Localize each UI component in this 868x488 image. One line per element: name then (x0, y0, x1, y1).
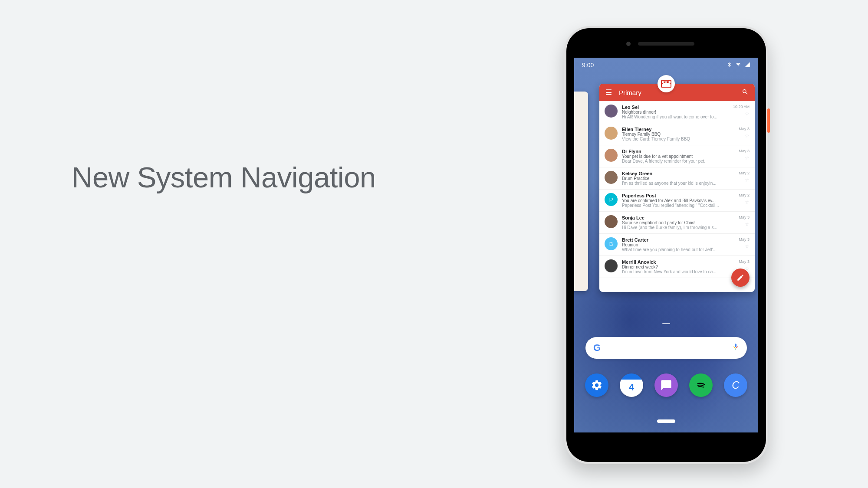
phone-speaker (638, 42, 694, 46)
phone-device-frame: 9:00 ☰ (564, 26, 768, 464)
phone-bezel: 9:00 ☰ (566, 28, 766, 462)
status-bar: 9:00 (574, 58, 758, 72)
star-icon[interactable]: ☆ (745, 133, 750, 139)
phone-screen: 9:00 ☰ (574, 58, 758, 432)
gmail-glyph-icon (661, 80, 671, 88)
bluetooth-icon (727, 62, 732, 69)
email-list-item[interactable]: PPaperless PostYou are confirmed for Ale… (599, 190, 755, 212)
hamburger-menu-icon[interactable]: ☰ (605, 88, 612, 97)
star-icon[interactable]: ☆ (745, 155, 750, 161)
phone-front-camera (626, 42, 631, 46)
signal-icon (744, 62, 750, 69)
star-icon[interactable]: ☆ (745, 111, 750, 117)
email-subject: Drum Practice (622, 176, 734, 181)
dock-spotify-icon[interactable] (689, 373, 713, 397)
page-headline: New System Navigation (72, 160, 376, 194)
avatar (605, 215, 618, 228)
dock-calendar-icon[interactable]: 4 (620, 373, 643, 397)
email-preview: Hi All! Wondering if you all want to com… (622, 115, 729, 119)
email-preview: Paperless Post You replied "attending." … (622, 203, 734, 208)
home-nav-pill[interactable] (657, 419, 675, 423)
email-preview: I'm in town from New York and would love… (622, 269, 734, 274)
recents-previous-app-card[interactable] (574, 92, 588, 291)
wifi-icon (735, 62, 742, 69)
email-subject: Surprise neighborhood party for Chris! (622, 220, 734, 225)
email-time: May 3 (739, 237, 750, 242)
avatar: B (605, 237, 618, 250)
dock-messages-icon[interactable] (654, 373, 678, 397)
star-icon[interactable]: ☆ (745, 221, 750, 227)
compose-fab[interactable] (731, 269, 750, 287)
avatar (605, 149, 618, 162)
search-icon[interactable] (742, 88, 749, 97)
star-icon[interactable]: ☆ (745, 243, 750, 249)
gmail-app-icon[interactable] (658, 75, 675, 92)
gmail-action-bar: ☰ Primary (599, 84, 755, 101)
email-time: May 2 (739, 193, 750, 197)
email-subject: Neighbors dinner! (622, 110, 729, 115)
recents-gmail-card[interactable]: ☰ Primary Leo SeiNeighbors dinner!Hi All… (599, 84, 755, 292)
avatar (605, 259, 618, 272)
email-sender: Leo Sei (622, 105, 729, 110)
app-dock: 4 C (574, 373, 758, 397)
email-time: May 3 (739, 127, 750, 131)
google-search-bar[interactable]: G (585, 337, 747, 359)
email-sender: Paperless Post (622, 193, 734, 198)
pencil-icon (736, 274, 744, 282)
email-subject: Your pet is due for a vet appointment (622, 154, 734, 159)
avatar (605, 127, 618, 140)
status-time: 9:00 (582, 62, 594, 69)
email-time: May 3 (739, 215, 750, 219)
email-sender: Brett Carter (622, 237, 734, 242)
avatar (605, 171, 618, 184)
dock-settings-icon[interactable] (585, 373, 608, 397)
star-icon[interactable]: ☆ (745, 199, 750, 205)
email-time: 10:20 AM (733, 105, 750, 109)
mic-icon[interactable] (732, 343, 739, 353)
email-sender: Sonja Lee (622, 215, 734, 220)
avatar (605, 105, 618, 118)
email-subject: Dinner next week? (622, 265, 734, 269)
email-time: May 2 (739, 171, 750, 175)
email-list: Leo SeiNeighbors dinner!Hi All! Wonderin… (599, 101, 755, 278)
email-sender: Merrill Anovick (622, 259, 734, 265)
dock-c-app-icon[interactable]: C (724, 373, 747, 397)
email-preview: Dear Dave, A friendly reminder for your … (622, 159, 734, 164)
email-time: May 3 (739, 259, 750, 264)
email-subject: Tierney Family BBQ (622, 132, 734, 137)
email-preview: I'm as thrilled as anyone that your kid … (622, 181, 734, 186)
email-sender: Ellen Tierney (622, 127, 734, 132)
email-list-item[interactable]: BBrett CarterReunionWhat time are you pl… (599, 234, 755, 256)
email-subject: You are confirmed for Alex and Bill Pavk… (622, 198, 734, 203)
email-list-item[interactable]: Sonja LeeSurprise neighborhood party for… (599, 212, 755, 234)
email-sender: Kelsey Green (622, 171, 734, 176)
email-sender: Dr Flynn (622, 149, 734, 154)
email-list-item[interactable]: Kelsey GreenDrum PracticeI'm as thrilled… (599, 167, 755, 190)
phone-power-button (767, 108, 770, 133)
avatar: P (605, 193, 618, 206)
email-preview: Hi Dave (and the Burke family), I'm thro… (622, 225, 734, 230)
email-preview: What time are you planning to head out f… (622, 247, 734, 252)
email-list-item[interactable]: Dr FlynnYour pet is due for a vet appoin… (599, 145, 755, 167)
email-subject: Reunion (622, 242, 734, 247)
email-list-item[interactable]: Ellen TierneyTierney Family BBQView the … (599, 123, 755, 145)
overview-drag-handle[interactable] (662, 323, 670, 324)
email-list-item[interactable]: Leo SeiNeighbors dinner!Hi All! Wonderin… (599, 101, 755, 123)
google-logo-icon: G (593, 342, 601, 354)
email-preview: View the Card: Tierney Family BBQ (622, 137, 734, 141)
gmail-tab-label: Primary (619, 89, 641, 96)
star-icon[interactable]: ☆ (745, 177, 750, 183)
email-time: May 3 (739, 149, 750, 153)
